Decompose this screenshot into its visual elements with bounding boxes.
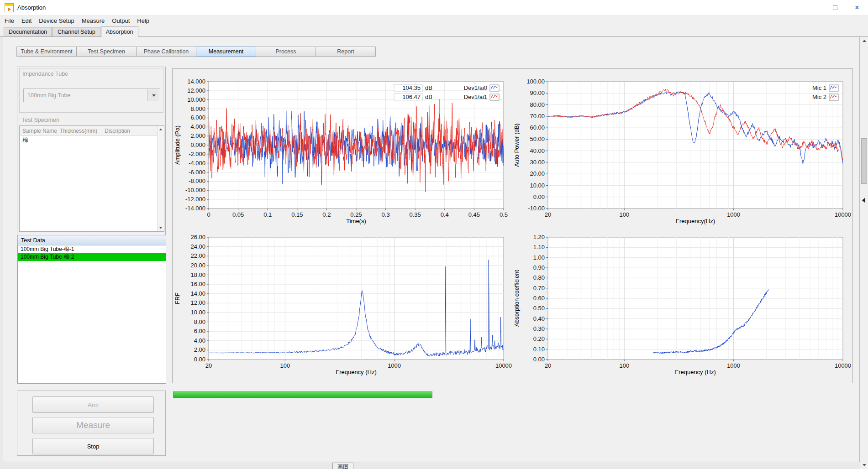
impedance-tube-value: 100mm Big Tube	[24, 92, 71, 99]
tab-documentation[interactable]: Documentation	[4, 27, 52, 36]
scroll-down-button[interactable]	[860, 461, 868, 469]
impedance-tube-group: Impendance Tube 100mm Big Tube	[19, 68, 163, 113]
menu-measure[interactable]: Measure	[78, 16, 109, 26]
svg-text:90.00: 90.00	[530, 89, 545, 96]
scrollbar-thumb[interactable]	[861, 138, 867, 184]
svg-text:0.35: 0.35	[410, 211, 421, 218]
measurement-progress-bar	[173, 391, 432, 398]
svg-text:10000: 10000	[835, 211, 851, 218]
svg-text:0.00: 0.00	[533, 193, 545, 200]
svg-text:0.60: 0.60	[533, 295, 545, 302]
dropdown-arrow-icon[interactable]	[147, 89, 159, 101]
menu-output[interactable]: Output	[108, 16, 133, 26]
title-bar: Absorption ×	[0, 0, 868, 16]
tab-channel-setup[interactable]: Channel Setup	[53, 27, 100, 36]
chevron-down-icon	[152, 94, 156, 97]
scroll-up-icon[interactable]	[159, 129, 162, 130]
arm-button[interactable]: Arm	[32, 396, 154, 413]
column-sample-name[interactable]: Sample Name	[20, 128, 60, 134]
svg-text:Time(s): Time(s)	[346, 218, 366, 224]
scroll-up-button[interactable]	[860, 37, 868, 45]
svg-text:24.00: 24.00	[190, 243, 205, 250]
control-buttons-panel: Arm Measure Stop	[17, 391, 166, 456]
subtab-phase-calibration[interactable]: Phase Calibration	[136, 47, 196, 57]
svg-text:14.00: 14.00	[190, 290, 205, 297]
svg-text:60.00: 60.00	[530, 124, 545, 131]
table-scrollbar[interactable]	[157, 126, 164, 231]
absorption-page: Tube & Environment Test Specimen Phase C…	[3, 37, 860, 462]
column-discription[interactable]: Discription	[105, 128, 164, 134]
svg-text:100.00: 100.00	[526, 78, 545, 85]
svg-text:22.00: 22.00	[190, 252, 205, 259]
svg-text:10.00: 10.00	[530, 182, 545, 189]
measure-button[interactable]: Measure	[32, 417, 154, 433]
tab-absorption[interactable]: Absorption	[101, 26, 138, 37]
svg-text:10000: 10000	[495, 362, 512, 369]
impedance-tube-dropdown[interactable]: 100mm Big Tube	[23, 89, 160, 102]
absorption-coefficient-chart: 0.000.100.200.300.400.500.600.700.800.90…	[512, 231, 850, 377]
subtab-report[interactable]: Report	[316, 47, 376, 57]
svg-text:FRF: FRF	[174, 292, 181, 304]
bottom-pane-tab[interactable]: 画图	[332, 463, 353, 469]
arrow-left-icon	[862, 198, 865, 203]
table-row[interactable]: 棉	[20, 136, 164, 144]
svg-text:0.00: 0.00	[194, 356, 205, 363]
subtab-measurement[interactable]: Measurement	[196, 47, 256, 57]
test-data-item[interactable]: 100mm Big Tube-棉-1	[18, 245, 166, 253]
cell-sample-name: 棉	[20, 136, 60, 144]
svg-text:10.000: 10.000	[187, 96, 205, 103]
svg-text:1000: 1000	[727, 211, 740, 218]
svg-text:Absorption coefficient: Absorption coefficient	[513, 270, 520, 327]
app-icon	[5, 3, 14, 12]
svg-text:100: 100	[619, 211, 629, 218]
subtab-process[interactable]: Process	[256, 47, 316, 57]
chart-panel: -14.000-12.000-10.000-8.000-6.000-4.000-…	[172, 68, 853, 383]
svg-text:0.45: 0.45	[468, 211, 480, 218]
frf-chart: 0.002.004.006.008.0010.0012.0014.0016.00…	[173, 231, 511, 377]
svg-text:-10.00: -10.00	[528, 205, 545, 212]
svg-text:-14.000: -14.000	[185, 205, 205, 212]
svg-text:20.00: 20.00	[190, 262, 205, 269]
svg-text:10000: 10000	[835, 362, 851, 369]
stop-button[interactable]: Stop	[32, 438, 154, 454]
svg-text:0.4: 0.4	[441, 211, 449, 218]
svg-text:8.000: 8.000	[190, 105, 205, 112]
column-thickness[interactable]: Thickness(mm)	[60, 128, 105, 134]
svg-text:6.000: 6.000	[190, 114, 205, 121]
svg-text:2.000: 2.000	[190, 132, 205, 139]
close-button[interactable]: ×	[846, 0, 868, 16]
svg-text:Mic 1: Mic 1	[812, 84, 826, 91]
svg-text:0.15: 0.15	[291, 211, 303, 218]
bottom-pane-tab-label: 画图	[337, 463, 348, 469]
subtab-test-specimen[interactable]: Test Specimen	[76, 47, 137, 57]
svg-text:6.00: 6.00	[194, 328, 205, 334]
svg-text:1.10: 1.10	[533, 244, 545, 250]
svg-text:0.000: 0.000	[190, 141, 205, 148]
svg-text:-10.000: -10.000	[185, 187, 205, 193]
svg-text:4.000: 4.000	[190, 123, 205, 130]
subtab-tube-environment[interactable]: Tube & Environment	[16, 47, 77, 57]
svg-text:1000: 1000	[388, 362, 401, 369]
test-specimen-table-header: Sample Name Thickness(mm) Discription	[20, 126, 164, 136]
svg-text:1.00: 1.00	[533, 254, 545, 261]
pane-collapse-arrow[interactable]	[862, 198, 867, 203]
left-panel: Impendance Tube 100mm Big Tube Test Spec…	[17, 67, 166, 383]
test-data-item-selected[interactable]: 100mm Big Tube-棉-2	[18, 253, 166, 261]
svg-text:8.00: 8.00	[194, 318, 205, 325]
scroll-down-icon[interactable]	[159, 227, 162, 229]
minimize-button[interactable]	[802, 0, 824, 16]
menu-help[interactable]: Help	[133, 16, 153, 26]
svg-text:0.30: 0.30	[533, 325, 545, 332]
progress-fill	[174, 392, 432, 398]
svg-text:30.00: 30.00	[530, 159, 545, 166]
vertical-scrollbar[interactable]	[860, 37, 868, 469]
svg-text:104.35: 104.35	[402, 84, 421, 91]
sub-tab-bar: Tube & Environment Test Specimen Phase C…	[17, 47, 376, 57]
menu-file[interactable]: File	[1, 16, 18, 26]
svg-text:80.00: 80.00	[530, 101, 545, 108]
svg-text:100: 100	[619, 362, 629, 369]
svg-text:Frequency (Hz): Frequency (Hz)	[336, 369, 377, 375]
menu-edit[interactable]: Edit	[18, 16, 35, 26]
menu-device-setup[interactable]: Device Setup	[35, 16, 78, 26]
maximize-button[interactable]	[824, 0, 846, 16]
